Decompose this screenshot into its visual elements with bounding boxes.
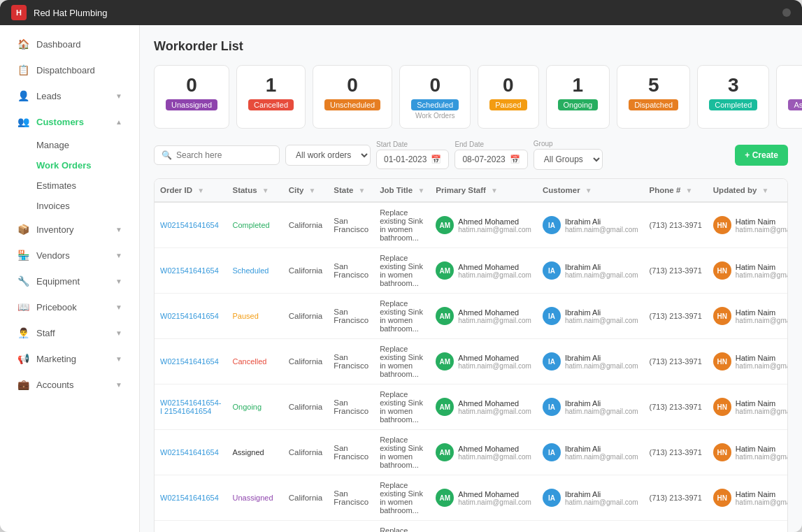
sidebar-sub-work-orders[interactable]: Work Orders xyxy=(31,155,139,175)
table-header-row: Order ID ▼ Status ▼ City ▼ State ▼ Job T… xyxy=(155,179,788,202)
sidebar-item-dispatchboard[interactable]: 📋 Dispatchboard xyxy=(6,57,134,82)
cell-customer: IA Ibrahim Ali hatim.naim@gmail.com xyxy=(537,430,644,475)
order-link[interactable]: W021541641654 xyxy=(160,266,219,275)
status-badge: Unassigned xyxy=(232,494,273,502)
staff-email: hatim.naim@gmail.com xyxy=(458,498,531,506)
filter-icon-phone[interactable]: ▼ xyxy=(686,187,693,194)
leads-icon: 👤 xyxy=(17,90,29,101)
order-link[interactable]: W021541641654 xyxy=(160,221,219,229)
filter-icon-city[interactable]: ▼ xyxy=(309,187,316,194)
cell-state: San Francisco xyxy=(328,294,374,339)
stat-count-unscheduled: 0 xyxy=(324,74,380,96)
sidebar-item-marketing[interactable]: 📢 Marketing ▼ xyxy=(6,346,134,371)
staff-info: Ahmed Mohamed hatim.naim@gmail.com xyxy=(458,308,531,324)
staff-name: Ahmed Mohamed xyxy=(458,445,531,453)
sidebar-item-dashboard[interactable]: 🏠 Dashboard xyxy=(6,31,134,57)
updater-email: hatim.naim@gmail.com xyxy=(736,226,788,233)
stat-label-cancelled: Cancelled xyxy=(248,99,294,110)
search-box[interactable]: 🔍 xyxy=(154,145,280,165)
search-input[interactable] xyxy=(176,150,260,160)
filter-icon-job[interactable]: ▼ xyxy=(417,187,424,194)
cell-customer: IA Ibrahim Ali hatim.naim@gmail.com xyxy=(537,521,644,533)
sidebar-sub-manage[interactable]: Manage xyxy=(31,135,139,155)
sidebar-label-customers: Customers xyxy=(36,117,84,127)
cell-phone: (713) 213-3971 xyxy=(644,202,708,248)
table-row: W021541641654 Assigned California San Fr… xyxy=(155,430,788,475)
group-select[interactable]: All Groups xyxy=(534,149,603,170)
cell-customer: IA Ibrahim Ali hatim.naim@gmail.com xyxy=(537,384,644,430)
sidebar-item-vendors[interactable]: 🏪 Vendors ▼ xyxy=(6,243,134,268)
updater-name: Hatim Naim xyxy=(736,217,788,226)
sidebar-sub-estimates[interactable]: Estimates xyxy=(31,175,139,196)
order-link[interactable]: W021541641654 xyxy=(160,448,219,456)
stat-count-completed: 3 xyxy=(709,74,757,96)
create-button[interactable]: + Create xyxy=(735,145,788,166)
cell-status: Ongoing xyxy=(227,384,282,430)
filter-icon-status[interactable]: ▼ xyxy=(262,187,269,194)
status-badge: Completed xyxy=(232,221,269,229)
cell-updated-by: HN Hatim Naim hatim.naim@gmail.com xyxy=(708,294,788,339)
cell-job-title: Replace existing Sink in women bathroom.… xyxy=(374,521,430,533)
sidebar-sub-invoices[interactable]: Invoices xyxy=(31,196,139,216)
filter-icon-order[interactable]: ▼ xyxy=(197,187,204,194)
staff-email: hatim.naim@gmail.com xyxy=(458,408,531,415)
cell-state: San Francisco xyxy=(328,202,374,248)
stat-card-unassigned[interactable]: 0 Unassigned xyxy=(154,65,229,129)
updater-name: Hatim Naim xyxy=(736,263,788,271)
staff-avatar: AM xyxy=(436,307,454,325)
stat-label-unassigned: Unassigned xyxy=(166,99,217,110)
staff-avatar: AM xyxy=(436,489,454,507)
filter-icon-customer[interactable]: ▼ xyxy=(585,187,592,194)
stat-card-unscheduled[interactable]: 0 Unscheduled xyxy=(313,65,392,129)
filter-icon-staff[interactable]: ▼ xyxy=(491,187,498,194)
table-row: W021541641654 Completed California San F… xyxy=(155,202,788,248)
staff-name: Ahmed Mohamed xyxy=(458,354,531,362)
sidebar-item-equipment[interactable]: 🔧 Equipment ▼ xyxy=(6,268,134,294)
sidebar-item-customers[interactable]: 👥 Customers ▲ xyxy=(6,109,134,134)
cell-state: San Francisco xyxy=(328,248,374,294)
sidebar-item-staff[interactable]: 👨‍💼 Staff ▼ xyxy=(6,320,134,345)
order-link[interactable]: W021541641654 xyxy=(160,494,219,502)
filter-icon-updated-by[interactable]: ▼ xyxy=(762,187,769,194)
staff-info: Ahmed Mohamed hatim.naim@gmail.com xyxy=(458,445,531,461)
updater-email: hatim.naim@gmail.com xyxy=(736,317,788,324)
customer-email: hatim.naim@gmail.com xyxy=(565,362,638,370)
filter-icon-state[interactable]: ▼ xyxy=(359,187,366,194)
stat-card-scheduled[interactable]: 0 Scheduled Work Orders xyxy=(399,65,471,129)
stat-card-completed[interactable]: 3 Completed xyxy=(697,65,769,129)
staff-name: Ahmed Mohamed xyxy=(458,308,531,317)
updater-info: Hatim Naim hatim.naim@gmail.com xyxy=(736,445,788,461)
order-link[interactable]: W021541641654 xyxy=(160,312,219,320)
stat-card-paused[interactable]: 0 Paused xyxy=(478,65,538,129)
customer-info: Ibrahim Ali hatim.naim@gmail.com xyxy=(565,263,638,279)
start-date-filter[interactable]: 01-01-2023 📅 xyxy=(376,150,449,169)
stat-count-cancelled: 1 xyxy=(248,74,294,96)
main-content: Workorder List 0 Unassigned 1 Cancelled … xyxy=(140,25,802,532)
customer-cell: IA Ibrahim Ali hatim.naim@gmail.com xyxy=(543,307,638,325)
stat-card-assigned[interactable]: 3 Assigned xyxy=(776,65,802,129)
stat-count-ongoing: 1 xyxy=(558,74,599,96)
stat-card-cancelled[interactable]: 1 Cancelled xyxy=(236,65,306,129)
updater-email: hatim.naim@gmail.com xyxy=(736,408,788,415)
updater-name: Hatim Naim xyxy=(736,445,788,453)
work-orders-select[interactable]: All work orders xyxy=(285,145,371,166)
staff-avatar: AM xyxy=(436,352,454,371)
window-control[interactable] xyxy=(782,8,791,17)
staff-name: Ahmed Mohamed xyxy=(458,217,531,226)
sidebar-item-leads[interactable]: 👤 Leads ▼ xyxy=(6,83,134,108)
sidebar-item-accounts[interactable]: 💼 Accounts ▼ xyxy=(6,372,134,397)
stat-card-ongoing[interactable]: 1 Ongoing xyxy=(546,65,610,129)
order-link[interactable]: W021541641654 xyxy=(160,357,219,366)
primary-staff-cell: AM Ahmed Mohamed hatim.naim@gmail.com xyxy=(436,261,531,280)
order-link[interactable]: W021541641654-I 21541641654 xyxy=(160,398,221,415)
customer-avatar: IA xyxy=(543,489,561,507)
end-date-filter[interactable]: 08-07-2023 📅 xyxy=(454,150,527,169)
sidebar-item-pricebook[interactable]: 📖 Pricebook ▼ xyxy=(6,294,134,319)
stat-card-dispatched[interactable]: 5 Dispatched xyxy=(617,65,690,129)
cell-order-id: W021541641654 xyxy=(155,248,227,294)
table-container: Order ID ▼ Status ▼ City ▼ State ▼ Job T… xyxy=(154,178,788,532)
cell-customer: IA Ibrahim Ali hatim.naim@gmail.com xyxy=(537,475,644,521)
staff-icon: 👨‍💼 xyxy=(17,327,29,338)
col-state: State ▼ xyxy=(328,179,374,202)
sidebar-item-inventory[interactable]: 📦 Inventory ▼ xyxy=(6,217,134,242)
